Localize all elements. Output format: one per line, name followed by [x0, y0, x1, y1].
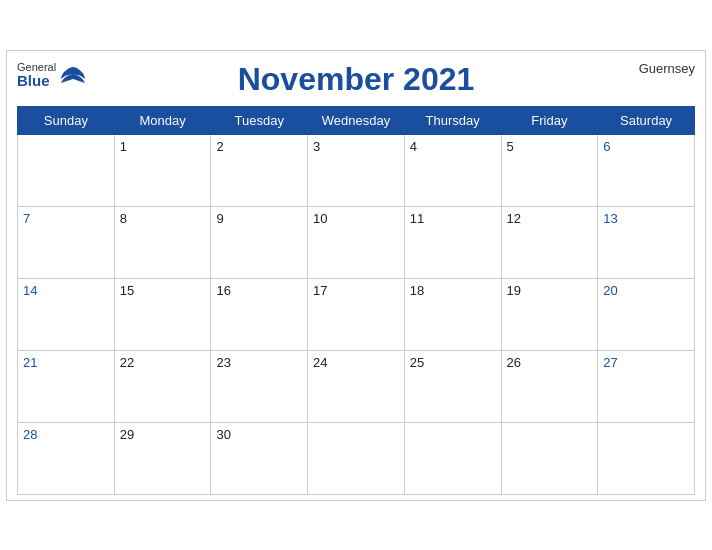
day-number: 22 — [120, 355, 134, 370]
day-number: 1 — [120, 139, 127, 154]
day-number: 3 — [313, 139, 320, 154]
calendar-day-cell: 27 — [598, 350, 695, 422]
calendar-day-cell: 8 — [114, 206, 211, 278]
calendar-week-row: 282930 — [18, 422, 695, 494]
calendar-title: November 2021 — [238, 61, 475, 98]
day-number: 9 — [216, 211, 223, 226]
day-number: 5 — [507, 139, 514, 154]
calendar-day-cell: 24 — [308, 350, 405, 422]
calendar-day-cell: 21 — [18, 350, 115, 422]
calendar-day-cell: 17 — [308, 278, 405, 350]
header-saturday: Saturday — [598, 106, 695, 134]
calendar-day-cell: 1 — [114, 134, 211, 206]
calendar-table: Sunday Monday Tuesday Wednesday Thursday… — [17, 106, 695, 495]
day-number: 26 — [507, 355, 521, 370]
weekday-header-row: Sunday Monday Tuesday Wednesday Thursday… — [18, 106, 695, 134]
day-number: 21 — [23, 355, 37, 370]
day-number: 4 — [410, 139, 417, 154]
calendar-day-cell — [18, 134, 115, 206]
region-label: Guernsey — [639, 61, 695, 76]
day-number: 29 — [120, 427, 134, 442]
logo-bird-icon — [59, 65, 87, 85]
calendar-day-cell: 25 — [404, 350, 501, 422]
day-number: 19 — [507, 283, 521, 298]
calendar-day-cell: 18 — [404, 278, 501, 350]
day-number: 20 — [603, 283, 617, 298]
calendar-day-cell: 7 — [18, 206, 115, 278]
calendar-day-cell: 3 — [308, 134, 405, 206]
day-number: 14 — [23, 283, 37, 298]
calendar-day-cell: 20 — [598, 278, 695, 350]
calendar-day-cell: 23 — [211, 350, 308, 422]
day-number: 30 — [216, 427, 230, 442]
header-sunday: Sunday — [18, 106, 115, 134]
calendar-day-cell: 26 — [501, 350, 598, 422]
calendar-day-cell — [404, 422, 501, 494]
calendar-day-cell: 11 — [404, 206, 501, 278]
day-number: 6 — [603, 139, 610, 154]
day-number: 13 — [603, 211, 617, 226]
day-number: 25 — [410, 355, 424, 370]
calendar-header: General Blue November 2021 Guernsey — [17, 61, 695, 98]
calendar-day-cell: 2 — [211, 134, 308, 206]
calendar-day-cell: 6 — [598, 134, 695, 206]
logo-blue-text: Blue — [17, 73, 56, 90]
day-number: 7 — [23, 211, 30, 226]
day-number: 12 — [507, 211, 521, 226]
calendar-day-cell: 5 — [501, 134, 598, 206]
calendar-day-cell: 19 — [501, 278, 598, 350]
calendar-day-cell — [598, 422, 695, 494]
calendar-day-cell: 14 — [18, 278, 115, 350]
calendar-container: General Blue November 2021 Guernsey Sund… — [6, 50, 706, 501]
day-number: 11 — [410, 211, 424, 226]
calendar-day-cell: 16 — [211, 278, 308, 350]
calendar-day-cell: 4 — [404, 134, 501, 206]
calendar-day-cell — [501, 422, 598, 494]
day-number: 2 — [216, 139, 223, 154]
calendar-week-row: 21222324252627 — [18, 350, 695, 422]
day-number: 28 — [23, 427, 37, 442]
calendar-day-cell: 29 — [114, 422, 211, 494]
header-tuesday: Tuesday — [211, 106, 308, 134]
header-monday: Monday — [114, 106, 211, 134]
day-number: 24 — [313, 355, 327, 370]
logo-area: General Blue — [17, 61, 87, 90]
day-number: 16 — [216, 283, 230, 298]
calendar-body: 1234567891011121314151617181920212223242… — [18, 134, 695, 494]
day-number: 8 — [120, 211, 127, 226]
day-number: 27 — [603, 355, 617, 370]
header-thursday: Thursday — [404, 106, 501, 134]
calendar-day-cell: 22 — [114, 350, 211, 422]
day-number: 23 — [216, 355, 230, 370]
calendar-day-cell: 15 — [114, 278, 211, 350]
calendar-day-cell: 9 — [211, 206, 308, 278]
day-number: 10 — [313, 211, 327, 226]
calendar-week-row: 78910111213 — [18, 206, 695, 278]
logo-general-text: General — [17, 61, 56, 73]
calendar-week-row: 14151617181920 — [18, 278, 695, 350]
calendar-day-cell: 30 — [211, 422, 308, 494]
header-friday: Friday — [501, 106, 598, 134]
day-number: 15 — [120, 283, 134, 298]
day-number: 17 — [313, 283, 327, 298]
calendar-week-row: 123456 — [18, 134, 695, 206]
calendar-day-cell: 10 — [308, 206, 405, 278]
calendar-day-cell: 13 — [598, 206, 695, 278]
header-wednesday: Wednesday — [308, 106, 405, 134]
calendar-day-cell: 12 — [501, 206, 598, 278]
calendar-day-cell: 28 — [18, 422, 115, 494]
calendar-day-cell — [308, 422, 405, 494]
day-number: 18 — [410, 283, 424, 298]
